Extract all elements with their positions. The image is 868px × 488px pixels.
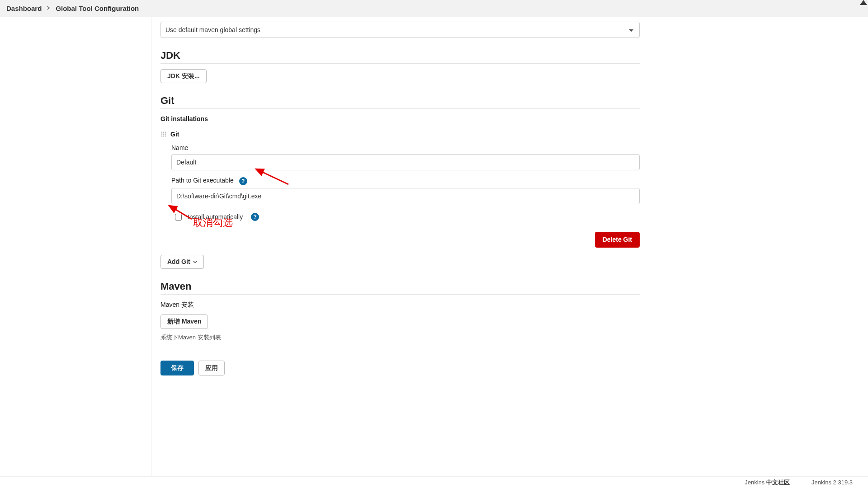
jdk-section-title: JDK bbox=[160, 50, 640, 64]
git-name-label: Name bbox=[171, 144, 640, 151]
git-delete-button[interactable]: Delete Git bbox=[595, 232, 640, 248]
main-content: Use default maven global settings JDK JD… bbox=[151, 17, 868, 488]
footer: Jenkins 中文社区 Jenkins 2.319.3 bbox=[0, 476, 868, 488]
help-icon[interactable]: ? bbox=[239, 177, 247, 185]
git-add-button[interactable]: Add Git bbox=[160, 255, 204, 269]
sidebar bbox=[0, 17, 151, 488]
footer-community[interactable]: Jenkins 中文社区 bbox=[745, 479, 790, 487]
git-install-item-title: Git bbox=[170, 131, 179, 138]
maven-section-title: Maven bbox=[160, 281, 640, 295]
svg-point-3 bbox=[161, 134, 162, 135]
svg-point-2 bbox=[165, 132, 166, 133]
git-path-label: Path to Git executable ? bbox=[171, 177, 640, 185]
svg-point-1 bbox=[163, 132, 165, 133]
svg-point-6 bbox=[161, 136, 162, 137]
breadcrumb: Dashboard Global Tool Configuration bbox=[0, 0, 868, 17]
caret-down-icon bbox=[193, 258, 197, 265]
svg-point-4 bbox=[163, 134, 165, 135]
drag-handle-icon[interactable] bbox=[160, 131, 167, 137]
svg-point-5 bbox=[165, 134, 166, 135]
maven-installs-label: Maven 安装 bbox=[160, 301, 640, 309]
chevron-right-icon bbox=[47, 6, 50, 11]
svg-point-7 bbox=[163, 136, 165, 137]
apply-button[interactable]: 应用 bbox=[198, 361, 225, 375]
jdk-install-button[interactable]: JDK 安装... bbox=[160, 69, 207, 83]
save-button[interactable]: 保存 bbox=[160, 361, 194, 375]
footer-version: Jenkins 2.319.3 bbox=[811, 479, 853, 486]
git-installations-label: Git installations bbox=[160, 115, 640, 122]
git-install-auto-label: Install automatically bbox=[188, 213, 243, 221]
git-section-title: Git bbox=[160, 95, 640, 109]
maven-hint: 系统下Maven 安装列表 bbox=[160, 333, 640, 342]
maven-add-button[interactable]: 新增 Maven bbox=[160, 314, 208, 328]
git-name-input[interactable] bbox=[171, 154, 640, 170]
git-install-auto-checkbox[interactable] bbox=[175, 214, 182, 221]
svg-point-8 bbox=[165, 136, 166, 137]
svg-point-0 bbox=[161, 132, 162, 133]
breadcrumb-page-link[interactable]: Global Tool Configuration bbox=[56, 5, 139, 12]
breadcrumb-dashboard-link[interactable]: Dashboard bbox=[6, 5, 42, 12]
help-icon[interactable]: ? bbox=[251, 213, 259, 221]
maven-global-settings-select[interactable]: Use default maven global settings bbox=[160, 22, 640, 38]
git-path-input[interactable] bbox=[171, 188, 640, 204]
